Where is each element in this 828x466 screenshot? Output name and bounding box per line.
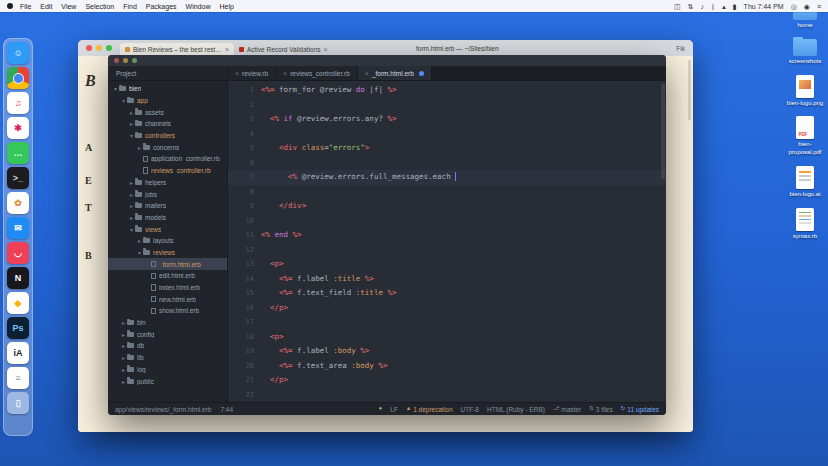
tree-item-assets[interactable]: ▸assets — [108, 106, 227, 118]
battery-icon[interactable]: ▮ — [733, 3, 737, 10]
bien-logo-ai[interactable]: bien-logo.ai — [783, 166, 827, 199]
tree-item-config[interactable]: ▸config — [108, 328, 227, 340]
deprecation-warning[interactable]: ▲1 deprecation — [406, 406, 453, 413]
tree-item-reviews-controller-rb[interactable]: reviews_controller.rb — [108, 165, 227, 177]
sync-icon[interactable]: ⇅ — [688, 3, 694, 10]
tree-item-bien[interactable]: ▾bien — [108, 83, 227, 95]
tree-item-reviews[interactable]: ▾reviews — [108, 247, 227, 259]
ia-writer-dock-icon[interactable]: iA — [7, 342, 29, 364]
cursor-position[interactable]: 7:44 — [220, 406, 233, 413]
menu-item-packages[interactable]: Packages — [146, 3, 177, 10]
tree-item-bin[interactable]: ▸bin — [108, 317, 227, 329]
code-line-22[interactable]: 22 — [228, 388, 666, 403]
tree-item-models[interactable]: ▸models — [108, 212, 227, 224]
editor-tab-reviews-controller-rb[interactable]: ×reviews_controller.rb — [276, 66, 358, 80]
tree-item-channels[interactable]: ▸channels — [108, 118, 227, 130]
menu-item-file[interactable]: File — [20, 3, 31, 10]
slack-dock-icon[interactable]: ✱ — [7, 117, 29, 139]
minimize-window-icon[interactable] — [96, 45, 102, 51]
close-window-icon[interactable] — [114, 58, 119, 63]
code-line-17[interactable]: 17 — [228, 315, 666, 330]
editor-scrollbar[interactable] — [661, 83, 665, 179]
code-line-3[interactable]: 3 <% if @review.errors.any? %> — [228, 112, 666, 127]
notion-dock-icon[interactable]: N — [7, 267, 29, 289]
textedit-dock-icon[interactable]: ≡ — [7, 367, 29, 389]
browser-scrollbar[interactable] — [688, 60, 691, 120]
code-line-6[interactable]: 6 — [228, 156, 666, 171]
code-editor[interactable]: 1<%= form_for @review do |f| %>23 <% if … — [228, 81, 666, 402]
tree-item-show-html-erb[interactable]: show.html.erb — [108, 305, 227, 317]
tree-item-lib[interactable]: ▸lib — [108, 352, 227, 364]
tree-item-layouts[interactable]: ▸layouts — [108, 235, 227, 247]
file-path[interactable]: app/views/reviews/_form.html.erb — [115, 406, 211, 413]
messages-dock-icon[interactable]: … — [7, 142, 29, 164]
menu-clock[interactable]: Thu 7:44 PM — [744, 3, 784, 10]
tree-item-edit-html-erb[interactable]: edit.html.erb — [108, 270, 227, 282]
tree-item-jobs[interactable]: ▸jobs — [108, 188, 227, 200]
close-icon[interactable]: × — [365, 70, 369, 77]
editor-tab-form-html-erb[interactable]: ×_form.html.erb — [358, 66, 432, 80]
code-line-2[interactable]: 2 — [228, 98, 666, 113]
project-tab[interactable]: Project — [108, 66, 228, 80]
tree-item-app[interactable]: ▾app — [108, 95, 227, 107]
pocket-dock-icon[interactable]: ◡ — [7, 242, 29, 264]
tree-item-log[interactable]: ▸log — [108, 364, 227, 376]
line-ending[interactable]: LF — [390, 406, 398, 413]
code-line-5[interactable]: 5 <div class="errors"> — [228, 141, 666, 156]
tree-item-mailers[interactable]: ▸mailers — [108, 200, 227, 212]
photoshop-dock-icon[interactable]: Ps — [7, 317, 29, 339]
sketch-dock-icon[interactable]: ◆ — [7, 292, 29, 314]
siri-icon[interactable]: ◉ — [804, 3, 810, 10]
status-ok-dot[interactable]: ● — [379, 406, 382, 412]
code-line-1[interactable]: 1<%= form_for @review do |f| %> — [228, 83, 666, 98]
encoding[interactable]: UTF-8 — [461, 406, 479, 413]
menu-item-help[interactable]: Help — [219, 3, 233, 10]
zoom-window-icon[interactable] — [106, 45, 112, 51]
tree-item-concerns[interactable]: ▸concerns — [108, 141, 227, 153]
bien-logo-image[interactable]: bien-logo.png — [783, 75, 827, 108]
code-line-15[interactable]: 15 <%= f.text_field :title %> — [228, 286, 666, 301]
zoom-window-icon[interactable] — [132, 58, 137, 63]
tree-item-db[interactable]: ▸db — [108, 340, 227, 352]
wifi-icon[interactable]: ▴ — [722, 3, 726, 10]
minimize-window-icon[interactable] — [123, 58, 128, 63]
editor-tab-review-rb[interactable]: ×review.rb — [228, 66, 276, 80]
tree-item-public[interactable]: ▸public — [108, 375, 227, 387]
volume-icon[interactable]: ♪ — [701, 3, 705, 10]
code-line-21[interactable]: 21 </p> — [228, 373, 666, 388]
tree-item-views[interactable]: ▾views — [108, 223, 227, 235]
code-line-18[interactable]: 18 <p> — [228, 330, 666, 345]
screenshots-folder[interactable]: screenshots — [783, 39, 827, 66]
code-line-12[interactable]: 12 — [228, 243, 666, 258]
code-line-16[interactable]: 16 </p> — [228, 301, 666, 316]
syntax-rb[interactable]: syntax.rb — [783, 208, 827, 241]
code-line-13[interactable]: 13 <p> — [228, 257, 666, 272]
terminal-dock-icon[interactable]: >_ — [7, 167, 29, 189]
code-line-4[interactable]: 4 — [228, 127, 666, 142]
spotlight-icon[interactable]: ◎ — [791, 3, 797, 10]
code-line-11[interactable]: 11<% end %> — [228, 228, 666, 243]
tree-item-form-html-erb[interactable]: _form.html.erb — [108, 258, 227, 270]
git-branch[interactable]: ⎇master — [553, 406, 581, 413]
photos-dock-icon[interactable]: ✿ — [7, 192, 29, 214]
finder-dock-icon[interactable]: ☺ — [7, 42, 29, 64]
close-icon[interactable]: × — [225, 46, 229, 53]
code-line-19[interactable]: 19 <%= f.label :body %> — [228, 344, 666, 359]
menu-item-selection[interactable]: Selection — [85, 3, 114, 10]
code-line-10[interactable]: 10 — [228, 214, 666, 229]
menu-item-find[interactable]: Find — [123, 3, 137, 10]
apple-menu-icon[interactable] — [7, 3, 13, 9]
trash-dock-icon[interactable]: ▯ — [7, 392, 29, 414]
mail-dock-icon[interactable]: ✉ — [7, 217, 29, 239]
tree-item-application-controller-rb[interactable]: application_controller.rb — [108, 153, 227, 165]
tree-item-index-html-erb[interactable]: index.html.erb — [108, 282, 227, 294]
code-line-20[interactable]: 20 <%= f.text_area :body %> — [228, 359, 666, 374]
close-icon[interactable]: × — [235, 70, 239, 77]
code-line-9[interactable]: 9 </div> — [228, 199, 666, 214]
git-files[interactable]: ⇅3 files — [589, 406, 613, 413]
close-window-icon[interactable] — [86, 45, 92, 51]
browser-profile-label[interactable]: Fik — [676, 45, 685, 52]
bluetooth-icon[interactable]: ᛒ — [711, 3, 715, 10]
close-icon[interactable]: × — [283, 70, 287, 77]
grammar[interactable]: HTML (Ruby - ERB) — [487, 406, 545, 413]
